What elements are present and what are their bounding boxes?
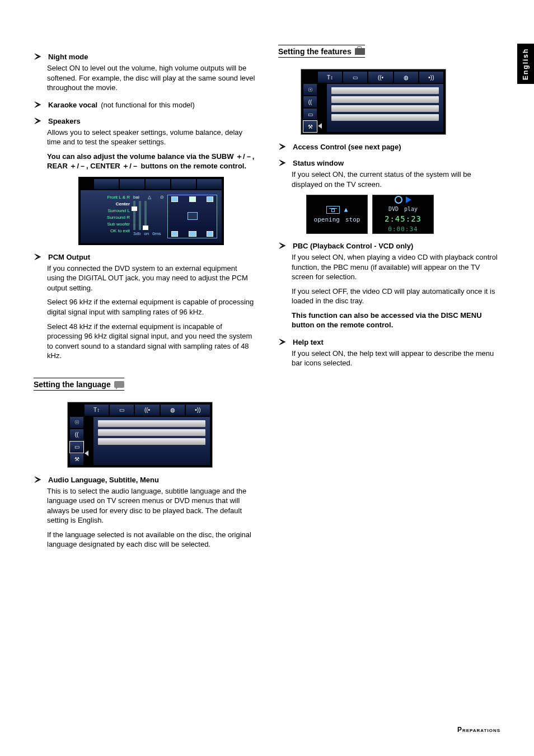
- menu-option-line: [98, 420, 205, 427]
- status-example-right: DVD play 2:45:23 0:00:34: [372, 195, 434, 234]
- col-label: bal: [133, 195, 139, 200]
- menu-left-icon: ☉: [303, 84, 317, 95]
- menu-top-icon: ((•: [135, 405, 159, 416]
- status-time-remaining: 0:00:34: [388, 226, 418, 233]
- language-menu-figure: T↕ ▭ ((• ◍ •)) ☉ (( ▭ ⚒: [67, 402, 213, 468]
- audio-language-heading: Audio Language, Subtitle, Menu: [34, 476, 256, 484]
- menu-option-line: [331, 114, 439, 121]
- fig-top-row: [81, 179, 222, 189]
- speakers-bold: You can also adjust the volume balance v…: [47, 152, 256, 171]
- menu-pointer-icon: [318, 123, 322, 129]
- audio-language-p1: This is to select the audio language, su…: [47, 486, 256, 525]
- speech-bubble-icon: [114, 381, 124, 388]
- bullet-arrow-icon: [278, 338, 286, 346]
- heading-text: Setting the language: [34, 380, 111, 389]
- bullet-arrow-icon: [34, 117, 41, 125]
- heading-text: Karaoke vocal: [48, 101, 97, 109]
- disc-icon: [395, 196, 402, 204]
- play-icon: [406, 196, 411, 203]
- heading-text: Status window: [293, 159, 344, 167]
- row-label: Sub woofer: [85, 222, 130, 227]
- bullet-arrow-icon: [34, 253, 41, 261]
- heading-note: (not functional for this model): [101, 101, 195, 109]
- speakers-heading: Speakers: [34, 117, 256, 125]
- speakers-body: Allows you to select speaker settings, v…: [47, 128, 256, 147]
- menu-top-icon: ◍: [161, 405, 185, 416]
- col-label: ⊙: [160, 195, 164, 200]
- menu-left-icon: ☉: [70, 417, 83, 428]
- menu-left-icon: ((: [303, 96, 317, 107]
- row-label: Surround R: [85, 215, 130, 220]
- menu-top-icon: T↕: [318, 72, 342, 83]
- help-body: If you select ON, the help text will app…: [292, 349, 500, 368]
- menu-top-icon: T↕: [85, 405, 109, 416]
- speaker-room-diagram: [167, 195, 217, 238]
- status-window-heading: Status window: [278, 159, 500, 167]
- heading-text: Audio Language, Subtitle, Menu: [48, 476, 159, 484]
- menu-option-line: [98, 438, 205, 445]
- features-section-heading: Setting the features: [278, 45, 365, 58]
- menu-top-icon: ▭: [110, 405, 134, 416]
- menu-top-icon: ((•: [368, 72, 392, 83]
- speaker-center-icon: [189, 196, 196, 202]
- speaker-row-labels: Front L & R Center Surround L Surround R…: [85, 195, 130, 238]
- menu-top-icon: •)): [419, 72, 443, 83]
- menu-pointer-icon: [85, 450, 88, 456]
- speaker-front-left-icon: [171, 196, 178, 202]
- tray-icon: [326, 206, 340, 214]
- menu-top-icon: ▭: [343, 72, 367, 83]
- status-body: If you select ON, the current status of …: [292, 170, 500, 189]
- slider-value: 3db: [133, 231, 140, 236]
- status-example-left: ▲ opening stop: [306, 195, 368, 234]
- menu-option-line: [331, 105, 439, 112]
- heading-text: PBC (Playback Control - VCD only): [293, 242, 413, 250]
- bullet-arrow-icon: [34, 476, 41, 483]
- pcm-p2: Select 96 kHz if the external equipment …: [47, 297, 256, 317]
- speaker-settings-figure: Front L & R Center Surround L Surround R…: [78, 177, 224, 245]
- page: Night mode Select ON to level out the vo…: [0, 0, 534, 576]
- karaoke-heading: Karaoke vocal (not functional for this m…: [34, 101, 256, 109]
- row-label: OK to exit: [85, 228, 130, 233]
- menu-top-icon: •)): [186, 405, 210, 416]
- language-section-heading: Setting the language: [34, 378, 124, 391]
- menu-left-icon: ⚒: [303, 121, 317, 132]
- status-label: opening: [314, 216, 340, 223]
- speaker-sliders: bal △ ⊙ 3db on 0ms: [133, 195, 164, 238]
- heading-text: Speakers: [48, 117, 81, 125]
- slider-value: 0ms: [152, 231, 161, 236]
- footer-section-title: Preparations: [457, 726, 500, 734]
- menu-option-line: [331, 87, 439, 94]
- pbc-p2: If you select OFF, the video CD will pla…: [292, 287, 500, 306]
- toolbox-icon: [355, 48, 365, 55]
- menu-left-icon: ⚒: [70, 454, 83, 465]
- menu-left-icon: ▭: [303, 109, 317, 120]
- tv-icon: [188, 212, 198, 220]
- menu-left-icon: ▭: [70, 442, 83, 453]
- status-window-figure: ▲ opening stop DVD play 2:45:23 0:00:34: [306, 195, 500, 234]
- heading-text: Help text: [293, 338, 324, 346]
- status-time-elapsed: 2:45:23: [385, 214, 421, 223]
- menu-top-icon: ◍: [394, 72, 418, 83]
- status-label: DVD: [388, 206, 399, 212]
- pcm-p1: If you connected the DVD system to an ex…: [47, 264, 256, 293]
- status-label: play: [404, 206, 418, 212]
- slider-value: on: [144, 231, 149, 236]
- row-label: Center: [85, 201, 130, 206]
- help-text-heading: Help text: [278, 338, 500, 346]
- bullet-arrow-icon: [278, 143, 286, 151]
- audio-language-p2: If the language selected is not availabl…: [47, 530, 256, 550]
- heading-text: Setting the features: [278, 47, 352, 56]
- menu-option-line: [331, 96, 439, 103]
- row-label: Front L & R: [85, 195, 130, 200]
- pbc-bold: This function can also be accessed via t…: [292, 311, 500, 330]
- heading-text: Access Control (see next page): [293, 143, 401, 151]
- menu-option-line: [98, 429, 205, 436]
- bullet-arrow-icon: [278, 242, 286, 250]
- pbc-heading: PBC (Playback Control - VCD only): [278, 242, 500, 250]
- row-label: Surround L: [85, 208, 130, 213]
- pcm-p3: Select 48 kHz if the external equipment …: [47, 322, 256, 361]
- bullet-arrow-icon: [34, 53, 41, 60]
- heading-text: PCM Output: [48, 253, 90, 261]
- heading-text: Night mode: [48, 53, 88, 61]
- slider-values: 3db on 0ms: [133, 231, 164, 236]
